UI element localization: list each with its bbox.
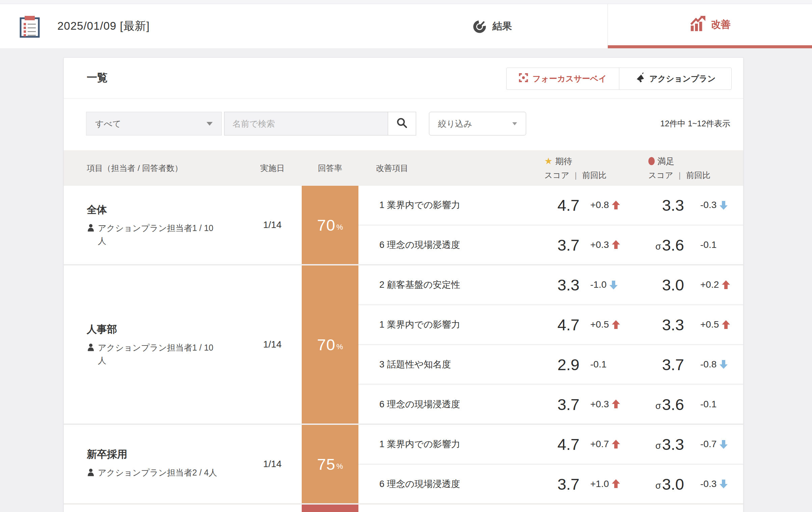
trend-up-icon bbox=[612, 479, 620, 488]
column-header-improvement-item: 改善項目 bbox=[376, 150, 408, 186]
satisfaction-score: 3.3 bbox=[623, 196, 684, 214]
expectation-label: 期待 bbox=[555, 156, 572, 167]
satisfaction-diff: -0.7 bbox=[700, 439, 743, 450]
satisfaction-diff-value: +0.2 bbox=[700, 279, 719, 290]
expectation-diff-value: -1.0 bbox=[590, 279, 606, 290]
arrow-stem bbox=[722, 480, 725, 484]
improvement-row[interactable]: 2 顧客基盤の安定性3.3-1.03.0+0.2 bbox=[358, 265, 743, 304]
satisfaction-score-value: 3.0 bbox=[662, 475, 684, 493]
arrow-stem bbox=[722, 201, 725, 206]
trend-down-icon bbox=[720, 360, 728, 369]
improvement-row[interactable]: 6 理念の現場浸透度3.7+0.3σ3.6-0.1 bbox=[358, 384, 743, 424]
arrow-head bbox=[610, 285, 618, 289]
action-plan-button[interactable]: アクションプラン bbox=[619, 68, 732, 89]
arrow-stem bbox=[614, 205, 618, 209]
improvement-row[interactable]: 6 理念の現場浸透度3.7+1.0σ3.0-0.3 bbox=[358, 464, 743, 504]
search-input[interactable] bbox=[224, 112, 388, 135]
score-label: スコア bbox=[544, 170, 569, 181]
arrow-head bbox=[720, 364, 728, 369]
satisfaction-diff: -0.3 bbox=[700, 200, 743, 210]
response-rate-value: 75 bbox=[317, 455, 335, 473]
table-body: 全体アクションプラン担当者1 / 10人1/1470%1 業界内での影響力4.7… bbox=[64, 186, 743, 512]
improvement-row[interactable]: 1 業界内での影響力4.7+0.7σ3.3-0.7 bbox=[358, 425, 743, 464]
satisfaction-label: 満足 bbox=[657, 156, 674, 167]
satisfaction-score: 3.7 bbox=[623, 355, 684, 374]
satisfaction-diff-value: -0.8 bbox=[700, 359, 716, 370]
focus-survey-button[interactable]: フォーカスサーベイ bbox=[507, 68, 619, 89]
expectation-diff-value: -0.1 bbox=[590, 359, 606, 370]
expectation-score: 4.7 bbox=[525, 196, 579, 214]
percent-suffix: % bbox=[336, 342, 343, 351]
satisfaction-dot-icon bbox=[648, 157, 655, 165]
gauge-icon bbox=[472, 18, 487, 35]
star-icon: ★ bbox=[544, 156, 552, 167]
trend-up-icon bbox=[612, 201, 620, 210]
trend-down-icon bbox=[720, 479, 728, 488]
sigma-prefix: σ bbox=[655, 401, 661, 411]
result-count-text: 12件中 1~12件表示 bbox=[660, 112, 730, 135]
satisfaction-diff: +0.5 bbox=[700, 319, 743, 330]
arrow-stem bbox=[724, 284, 728, 289]
improvement-item-label: 3 話題性や知名度 bbox=[379, 358, 451, 370]
group-info-cell[interactable]: 人事部アクションプラン担当者1 / 10人 bbox=[87, 323, 222, 367]
improvement-chart-icon bbox=[689, 16, 706, 34]
satisfaction-diff-value: -0.1 bbox=[700, 399, 716, 410]
improvement-row[interactable]: 1 業界内での影響力4.7+0.83.3-0.3 bbox=[358, 186, 743, 225]
column-header-item: 項目（担当者 / 回答者数） bbox=[87, 150, 183, 186]
survey-date-cell: 1/14 bbox=[251, 425, 293, 503]
search-icon bbox=[396, 117, 408, 130]
satisfaction-diff-value: -0.7 bbox=[700, 439, 716, 450]
satisfaction-score: σ3.3 bbox=[623, 435, 684, 454]
group-info-cell[interactable]: 全体アクションプラン担当者1 / 10人 bbox=[87, 203, 222, 247]
satisfaction-score: σ3.0 bbox=[623, 475, 684, 493]
expectation-score: 3.3 bbox=[525, 276, 579, 294]
expectation-diff-value: +0.3 bbox=[590, 399, 609, 410]
satisfaction-diff-value: +0.5 bbox=[700, 319, 719, 330]
improvement-row[interactable]: 1 業界内での影響力4.7+0.53.3+0.5 bbox=[358, 304, 743, 344]
refine-dropdown[interactable]: 絞り込み bbox=[429, 112, 526, 135]
survey-clipboard-icon[interactable] bbox=[19, 15, 40, 40]
tab-improvement[interactable]: 改善 bbox=[608, 4, 812, 48]
separator: | bbox=[575, 171, 577, 180]
arrow-stem bbox=[722, 440, 725, 445]
column-header-satisfaction: 満足 スコア | 前回比 bbox=[648, 156, 710, 181]
column-header-date: 実施日 bbox=[251, 150, 293, 186]
group-info-cell[interactable]: 新卒採用アクションプラン担当者2 / 4人 bbox=[87, 447, 222, 481]
response-rate-cell: 75% bbox=[302, 425, 358, 503]
arrow-stem bbox=[614, 404, 618, 408]
improvement-item-label: 2 顧客基盤の安定性 bbox=[379, 279, 460, 291]
improvement-item-label: 1 業界内での影響力 bbox=[379, 438, 460, 450]
survey-date-selector[interactable]: 2025/01/09 [最新] bbox=[57, 4, 150, 48]
previous-label: 前回比 bbox=[582, 170, 606, 181]
satisfaction-score: 3.3 bbox=[623, 315, 684, 334]
arrow-stem bbox=[722, 360, 725, 365]
group-manager-line: アクションプラン担当者1 / 10人 bbox=[87, 341, 222, 367]
tab-results[interactable]: 結果 bbox=[472, 4, 512, 48]
group-manager-text: アクションプラン担当者1 / 10人 bbox=[98, 222, 222, 247]
expectation-score: 3.7 bbox=[525, 235, 579, 254]
satisfaction-score-value: 3.6 bbox=[662, 395, 684, 413]
group-manager-line: アクションプラン担当者2 / 4人 bbox=[87, 466, 222, 481]
satisfaction-diff: +0.2 bbox=[700, 279, 743, 290]
sigma-prefix: σ bbox=[655, 241, 661, 252]
column-header-response-rate: 回答率 bbox=[302, 150, 358, 186]
satisfaction-score-value: 3.3 bbox=[662, 435, 684, 454]
percent-suffix: % bbox=[336, 223, 343, 232]
search-button[interactable] bbox=[388, 112, 416, 135]
satisfaction-diff: -0.1 bbox=[700, 239, 743, 250]
satisfaction-score-value: 3.7 bbox=[662, 355, 684, 374]
separator: | bbox=[679, 171, 681, 180]
scope-dropdown[interactable]: すべて bbox=[86, 112, 222, 135]
satisfaction-score-value: 3.6 bbox=[662, 235, 684, 254]
search-box bbox=[224, 112, 416, 135]
satisfaction-score: σ3.6 bbox=[623, 235, 684, 254]
satisfaction-score: σ3.6 bbox=[623, 395, 684, 413]
improvement-item-label: 6 理念の現場浸透度 bbox=[379, 239, 460, 251]
improvement-item-label: 6 理念の現場浸透度 bbox=[379, 398, 460, 410]
improvement-row[interactable]: 3 話題性や知名度2.9-0.13.7-0.8 bbox=[358, 344, 743, 384]
survey-group-row: 新卒採用アクションプラン担当者2 / 4人1/1475%1 業界内での影響力4.… bbox=[64, 425, 743, 505]
response-rate-cell bbox=[302, 505, 358, 512]
survey-date-cell: 1/14 bbox=[251, 265, 293, 424]
improvement-row[interactable]: 6 理念の現場浸透度3.7+0.3σ3.6-0.1 bbox=[358, 225, 743, 264]
score-label: スコア bbox=[648, 170, 673, 181]
